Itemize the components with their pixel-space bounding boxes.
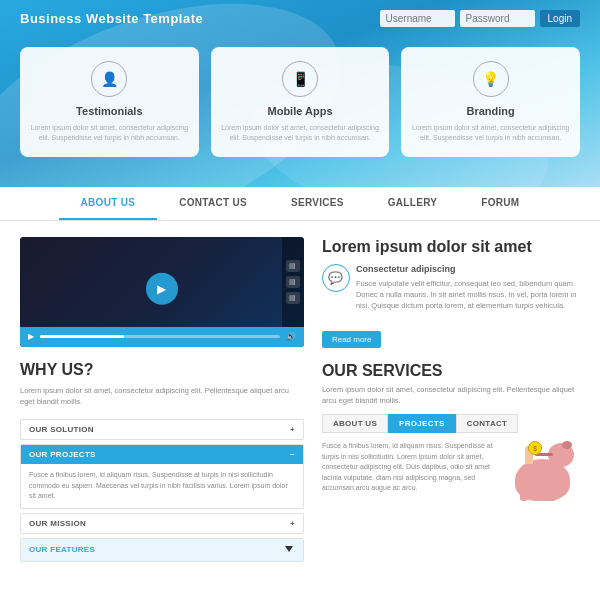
nav-forum[interactable]: FORUM (459, 187, 541, 220)
left-column: ▤ ▤ ▤ ▶ ▶ 🔊 WHY US? Lorem ipsum dolor si… (20, 237, 304, 566)
accordion-mission: OUR MISSION + (20, 513, 304, 534)
piggy-leg-2 (534, 491, 542, 501)
svc-tab-projects[interactable]: PROJECTS (388, 414, 456, 433)
accordion-mission-label: OUR MISSION (29, 519, 86, 528)
services-content: Fusce a finibus lorem, id aliquam risus.… (322, 441, 580, 501)
read-more-button[interactable]: Read more (322, 331, 382, 348)
mobile-icon: 📱 (282, 61, 318, 97)
accordion-features-label: OUR FEATURES (29, 545, 95, 554)
accordion-features-header[interactable]: OUR FEATURES (21, 539, 303, 561)
video-controls: ▶ 🔊 (20, 327, 304, 347)
accordion-features: OUR FEATURES (20, 538, 304, 562)
accordion-solution: OUR SOLUTION + (20, 419, 304, 440)
play-button[interactable]: ▶ (146, 272, 178, 304)
piggy-leg-3 (548, 491, 556, 501)
accordion-projects-header[interactable]: OUR PROJECTS − (21, 445, 303, 464)
mobile-text: Lorem ipsum dolor sit amet, consectetur … (221, 123, 380, 143)
site-title: Business Website Template (20, 11, 203, 26)
mobile-title: Mobile Apps (221, 105, 380, 117)
top-bar: Business Website Template Login (20, 10, 580, 27)
volume-icon[interactable]: 🔊 (286, 332, 296, 341)
video-sidebar: ▤ ▤ ▤ (282, 237, 304, 327)
accordion-mission-arrow: + (290, 519, 295, 528)
nav-about-us[interactable]: ABOUT US (59, 187, 158, 220)
accordion-projects: OUR PROJECTS − Fusce a finibus lorem, id… (20, 444, 304, 509)
right-column: Lorem ipsum dolor sit amet 💬 Consectetur… (322, 237, 580, 566)
vsb-btn-3[interactable]: ▤ (286, 292, 300, 304)
lorem-text: Fusce vulputate velit efficitur, consequ… (356, 278, 580, 312)
mobile-apps-card: 📱 Mobile Apps Lorem ipsum dolor sit amet… (211, 47, 390, 157)
vsb-btn-2[interactable]: ▤ (286, 276, 300, 288)
lorem-icon-row: 💬 Consectetur adipiscing Fusce vulputate… (322, 264, 580, 320)
site-title-suffix: Template (139, 11, 203, 26)
lorem-icon: 💬 (322, 264, 350, 292)
header: Business Website Template Login 👤 Testim… (0, 0, 600, 187)
progress-fill (40, 335, 124, 338)
accordion-solution-header[interactable]: OUR SOLUTION + (21, 420, 303, 439)
our-services-title: OUR SERVICES (322, 362, 580, 380)
accordion-projects-body: Fusce a finibus lorem, id aliquam risus.… (21, 464, 303, 508)
username-input[interactable] (380, 10, 455, 27)
nav-contact-us[interactable]: CONTACT US (157, 187, 269, 220)
our-services-text: Lorem ipsum dolor sit amet, consectetur … (322, 384, 580, 407)
branding-text: Lorem ipsum dolor sit amet, consectetur … (411, 123, 570, 143)
piggy-ear (562, 441, 572, 449)
piggy-leg-1 (520, 491, 528, 501)
accordion-projects-label: OUR PROJECTS (29, 450, 96, 459)
testimonials-title: Testimonials (30, 105, 189, 117)
branding-card: 💡 Branding Lorem ipsum dolor sit amet, c… (401, 47, 580, 157)
accordion-solution-label: OUR SOLUTION (29, 425, 94, 434)
coin: $ (528, 441, 542, 455)
video-player[interactable]: ▤ ▤ ▤ ▶ ▶ 🔊 (20, 237, 304, 347)
vsb-btn-1[interactable]: ▤ (286, 260, 300, 272)
accordion-features-arrow (283, 544, 295, 556)
accordion-projects-arrow: − (290, 450, 295, 459)
piggy-legs (520, 491, 556, 501)
testimonials-text: Lorem ipsum dolor sit amet, consectetur … (30, 123, 189, 143)
accordion-solution-arrow: + (290, 425, 295, 434)
lorem-subtitle: Consectetur adipiscing (356, 264, 580, 274)
login-button[interactable]: Login (540, 10, 580, 27)
site-title-bold: Website (86, 11, 139, 26)
svg-marker-0 (285, 546, 293, 552)
site-title-text: Business (20, 11, 86, 26)
nav-services[interactable]: SERVICES (269, 187, 366, 220)
why-us-title: WHY US? (20, 361, 304, 379)
testimonials-card: 👤 Testimonials Lorem ipsum dolor sit ame… (20, 47, 199, 157)
nav-gallery[interactable]: GALLERY (366, 187, 460, 220)
login-area: Login (380, 10, 580, 27)
why-us-text: Lorem ipsum dolor sit amet, consectetur … (20, 385, 304, 408)
password-input[interactable] (460, 10, 535, 27)
accordion: OUR SOLUTION + OUR PROJECTS − Fusce a fi… (20, 419, 304, 562)
feature-cards: 👤 Testimonials Lorem ipsum dolor sit ame… (20, 47, 580, 157)
testimonials-icon: 👤 (91, 61, 127, 97)
lorem-title: Lorem ipsum dolor sit amet (322, 237, 580, 256)
piggy-bank-illustration: $ (510, 441, 580, 501)
play-ctrl[interactable]: ▶ (28, 332, 34, 341)
progress-bar[interactable] (40, 335, 280, 338)
svc-tab-about[interactable]: ABOUT US (322, 414, 388, 433)
branding-icon: 💡 (473, 61, 509, 97)
services-tabs: ABOUT US PROJECTS CONTACT (322, 414, 580, 433)
svc-tab-contact[interactable]: CONTACT (456, 414, 519, 433)
lorem-text-block: Consectetur adipiscing Fusce vulputate v… (356, 264, 580, 320)
main-content: ▤ ▤ ▤ ▶ ▶ 🔊 WHY US? Lorem ipsum dolor si… (0, 221, 600, 582)
branding-title: Branding (411, 105, 570, 117)
nav-bar: ABOUT US CONTACT US SERVICES GALLERY FOR… (0, 187, 600, 221)
accordion-mission-header[interactable]: OUR MISSION + (21, 514, 303, 533)
services-tab-text: Fusce a finibus lorem, id aliquam risus.… (322, 441, 500, 494)
